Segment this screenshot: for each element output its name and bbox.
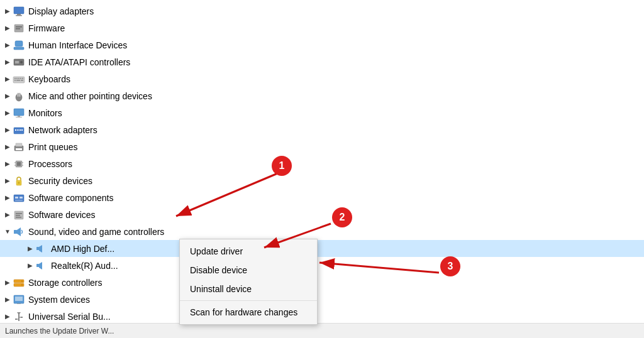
label-security: Security devices xyxy=(28,176,92,186)
svg-rect-62 xyxy=(15,297,23,301)
svg-rect-16 xyxy=(22,78,23,79)
chevron-mice: ▶ xyxy=(3,91,13,101)
icon-processors xyxy=(13,158,25,170)
svg-rect-31 xyxy=(21,129,23,131)
svg-rect-13 xyxy=(16,78,18,79)
svg-rect-26 xyxy=(16,117,22,117)
icon-system xyxy=(13,293,25,306)
tree-item-network[interactable]: ▶ Network adapters xyxy=(0,121,644,138)
label-firmware: Firmware xyxy=(28,23,65,33)
tree-item-amd[interactable]: ▶ AMD High Def... xyxy=(0,240,644,257)
chevron-print: ▶ xyxy=(3,142,13,152)
label-software-components: Software components xyxy=(28,193,113,203)
svg-rect-17 xyxy=(14,80,16,81)
context-menu: Update driver Disable device Uninstall d… xyxy=(179,239,318,325)
chevron-security: ▶ xyxy=(3,176,13,186)
icon-print xyxy=(13,141,25,153)
svg-rect-29 xyxy=(18,129,19,131)
context-menu-separator xyxy=(180,300,317,301)
icon-ide xyxy=(13,56,25,68)
tree-item-hid[interactable]: ▶ Human Interface Devices xyxy=(0,36,644,53)
tree-item-keyboards[interactable]: ▶ Keyboards xyxy=(0,70,644,87)
svg-rect-63 xyxy=(17,303,21,304)
svg-rect-22 xyxy=(19,93,20,97)
svg-rect-28 xyxy=(15,129,16,131)
context-menu-update-driver[interactable]: Update driver xyxy=(180,242,317,261)
icon-software-devices xyxy=(13,209,25,221)
icon-storage xyxy=(13,276,25,289)
svg-rect-50 xyxy=(16,217,21,218)
svg-point-10 xyxy=(20,61,23,63)
svg-rect-30 xyxy=(19,129,21,131)
svg-rect-45 xyxy=(19,197,23,199)
svg-rect-51 xyxy=(14,230,17,234)
icon-hid xyxy=(13,39,25,52)
chevron-processors: ▶ xyxy=(3,159,13,169)
label-ide: IDE ATA/ATAPI controllers xyxy=(28,57,130,67)
annotation-badge-2: 2 xyxy=(332,207,352,227)
tree-item-system[interactable]: ▶ System devices xyxy=(0,291,644,308)
svg-marker-65 xyxy=(17,312,21,315)
svg-rect-14 xyxy=(18,78,19,79)
tree-item-display-adapters[interactable]: ▶ Display adapters xyxy=(0,3,644,19)
tree-item-print[interactable]: ▶ Print queues xyxy=(0,138,644,155)
svg-rect-4 xyxy=(16,26,22,28)
icon-sound xyxy=(13,226,25,238)
svg-rect-34 xyxy=(16,148,22,150)
svg-rect-9 xyxy=(15,61,19,63)
context-menu-uninstall-device[interactable]: Uninstall device xyxy=(180,280,317,298)
label-software-devices: Software devices xyxy=(28,210,96,220)
tree-item-security[interactable]: ▶ Security devices xyxy=(0,172,644,189)
tree-item-ide[interactable]: ▶ IDE ATA/ATAPI controllers xyxy=(0,53,644,70)
tree-item-mice[interactable]: ▶ Mice and other pointing devices xyxy=(0,87,644,104)
tree-item-firmware[interactable]: ▶ Firmware xyxy=(0,19,644,36)
chevron-firmware: ▶ xyxy=(3,23,13,33)
chevron-keyboards: ▶ xyxy=(3,74,13,84)
label-amd: AMD High Def... xyxy=(51,244,114,254)
svg-marker-54 xyxy=(39,245,42,253)
svg-rect-25 xyxy=(18,116,20,117)
label-keyboards: Keyboards xyxy=(28,74,70,84)
svg-rect-55 xyxy=(36,264,39,267)
svg-rect-0 xyxy=(14,7,24,14)
chevron-software-devices: ▶ xyxy=(3,210,13,220)
annotation-badge-3: 3 xyxy=(440,256,460,276)
svg-rect-12 xyxy=(14,78,16,79)
svg-rect-5 xyxy=(16,28,20,30)
svg-rect-36 xyxy=(17,162,21,166)
svg-marker-52 xyxy=(17,227,21,236)
chevron-display-adapters: ▶ xyxy=(3,6,13,16)
icon-display-adapters xyxy=(13,5,25,18)
chevron-software-components: ▶ xyxy=(3,193,13,203)
icon-mice xyxy=(13,90,25,102)
chevron-monitors: ▶ xyxy=(3,108,13,118)
chevron-sound: ▼ xyxy=(3,227,13,237)
label-print: Print queues xyxy=(28,142,78,152)
label-processors: Processors xyxy=(28,159,72,169)
annotation-badge-1: 1 xyxy=(272,156,292,176)
tree-item-monitors[interactable]: ▶ Monitors xyxy=(0,104,644,121)
tree-item-realtek[interactable]: ▶ Realtek(R) Aud... xyxy=(0,257,644,274)
label-network: Network adapters xyxy=(28,125,97,135)
svg-rect-46 xyxy=(15,200,23,201)
tree-item-sound[interactable]: ▼ Sound, video and game controllers xyxy=(0,223,644,240)
icon-usb xyxy=(13,310,25,323)
context-menu-scan-hardware[interactable]: Scan for hardware changes xyxy=(180,303,317,322)
tree-item-software-devices[interactable]: ▶ Software devices xyxy=(0,206,644,223)
context-menu-disable-device[interactable]: Disable device xyxy=(180,261,317,280)
tree-item-storage[interactable]: ▶ Storage controllers xyxy=(0,274,644,291)
chevron-realtek: ▶ xyxy=(25,261,35,271)
device-tree[interactable]: ▶ Display adapters ▶ Firmware ▶ Human In… xyxy=(0,0,644,338)
svg-rect-7 xyxy=(14,47,24,50)
label-system: System devices xyxy=(28,295,90,305)
tree-item-processors[interactable]: ▶ Processors xyxy=(0,155,644,172)
svg-rect-1 xyxy=(17,14,21,15)
status-text: Launches the Update Driver W... xyxy=(5,327,114,335)
chevron-system: ▶ xyxy=(3,295,13,305)
tree-item-software-components[interactable]: ▶ Software components xyxy=(0,189,644,206)
tree-item-usb[interactable]: ▶ Universal Serial Bu... xyxy=(0,308,644,325)
chevron-network: ▶ xyxy=(3,125,13,135)
chevron-storage: ▶ xyxy=(3,278,13,288)
label-display-adapters: Display adapters xyxy=(28,6,94,16)
svg-point-42 xyxy=(18,182,20,183)
